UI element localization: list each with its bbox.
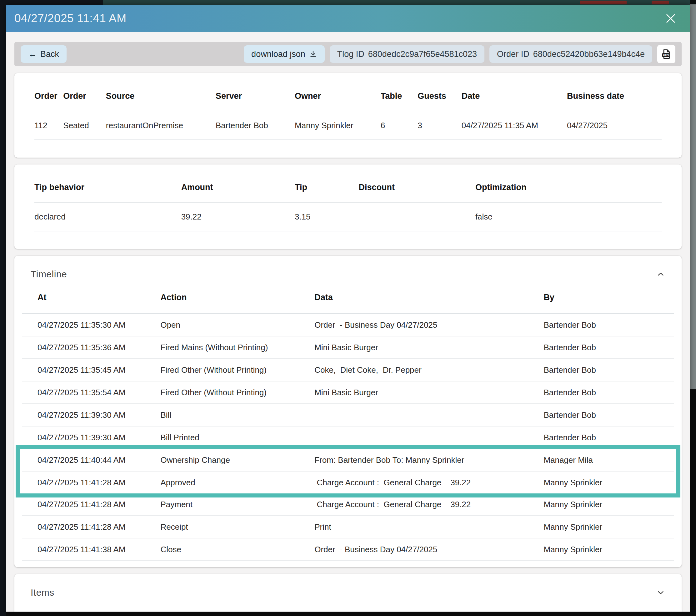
cell: Bartender Bob	[543, 410, 659, 420]
cell: 39.22	[181, 212, 295, 222]
order-id-value: 680dec52420bb63e149b4c4e	[533, 49, 645, 59]
cell: 04/27/2025 11:39:30 AM	[37, 433, 160, 443]
modal-header: 04/27/2025 11:41 AM	[6, 5, 690, 32]
timeline-row: 04/27/2025 11:35:30 AMOpenOrder - Busine…	[22, 314, 674, 337]
background-scrollbar[interactable]	[690, 0, 696, 616]
cell: declared	[34, 212, 181, 222]
cell: Approved	[160, 478, 314, 488]
tip-row: declared39.223.15false	[34, 203, 662, 231]
download-icon	[309, 50, 317, 58]
cell: Manny Sprinkler	[543, 478, 659, 488]
background-badge	[652, 1, 669, 4]
cell: Mini Basic Burger	[314, 343, 543, 352]
cell: 04/27/2025	[567, 121, 662, 130]
cell: Payment	[160, 500, 314, 509]
back-arrow-icon: ←	[28, 49, 36, 59]
xlsx-file-icon: xlsx	[660, 48, 672, 60]
cell: 3	[417, 121, 461, 130]
cell: Mini Basic Burger	[314, 388, 543, 397]
cell: Seated	[63, 121, 106, 130]
cell: Bartender Bob	[543, 365, 659, 375]
timeline-title: Timeline	[31, 269, 67, 279]
column-header: Date	[462, 91, 567, 101]
close-icon	[664, 12, 677, 25]
download-json-button[interactable]: download json	[244, 45, 325, 63]
modal-title: 04/27/2025 11:41 AM	[14, 12, 127, 25]
background-badge	[580, 1, 627, 4]
cell: Order - Business Day 04/27/2025	[314, 320, 543, 330]
cell: 04/27/2025 11:41:38 AM	[37, 545, 160, 554]
close-button[interactable]	[664, 12, 677, 25]
download-json-label: download json	[251, 49, 305, 59]
timeline-card: Timeline AtActionDataBy 04/27/2025 11:35…	[14, 256, 682, 567]
cell: Manny Sprinkler	[543, 522, 659, 532]
tlog-id-label: Tlog ID	[337, 49, 364, 59]
cell: 04/27/2025 11:35:45 AM	[37, 365, 160, 375]
cell: Bartender Bob	[216, 121, 295, 130]
expand-items-button[interactable]	[656, 588, 665, 597]
column-header: Amount	[181, 183, 295, 192]
cell: Ownership Change	[160, 455, 314, 465]
order-detail-modal: 04/27/2025 11:41 AM ←Back download json	[6, 5, 690, 612]
svg-text:xlsx: xlsx	[663, 54, 668, 57]
cell: 04/27/2025 11:41:28 AM	[37, 500, 160, 509]
cell: 04/27/2025 11:35 AM	[462, 121, 567, 130]
scrollbar-thumb[interactable]	[690, 4, 696, 389]
cell: 04/27/2025 11:35:30 AM	[37, 320, 160, 330]
column-header: Guests	[417, 91, 461, 101]
column-header: Discount	[359, 183, 475, 192]
cell: Bartender Bob	[543, 388, 659, 397]
cell: Manny Sprinkler	[295, 121, 381, 130]
cell: Close	[160, 545, 314, 554]
cell: Bartender Bob	[543, 433, 659, 443]
back-button[interactable]: ←Back	[21, 45, 66, 63]
cell: Coke, Diet Coke, Dr. Pepper	[314, 365, 543, 375]
collapse-timeline-button[interactable]	[656, 270, 665, 279]
column-header: Tip	[295, 183, 359, 192]
tip-summary-card: Tip behaviorAmountTipDiscountOptimizatio…	[14, 165, 682, 249]
cell: Fired Other (Without Printing)	[160, 388, 314, 397]
chevron-up-icon	[656, 270, 665, 279]
timeline-row: 04/27/2025 11:35:36 AMFired Mains (Witho…	[22, 337, 674, 359]
items-title: Items	[31, 587, 54, 598]
column-header: By	[543, 293, 659, 302]
timeline-row: 04/27/2025 11:35:45 AMFired Other (Witho…	[22, 359, 674, 382]
timeline-row: 04/27/2025 11:39:30 AMBillBartender Bob	[22, 404, 674, 427]
timeline-row: 04/27/2025 11:35:54 AMFired Other (Witho…	[22, 382, 674, 404]
column-header: At	[37, 293, 160, 302]
export-xlsx-button[interactable]: xlsx	[657, 45, 675, 63]
order-summary-header-row: OrderOrderSourceServerOwnerTableGuestsDa…	[34, 91, 662, 111]
cell: Manager Mila	[543, 455, 659, 465]
timeline-header-row: AtActionDataBy	[22, 293, 674, 314]
column-header: Owner	[295, 91, 381, 101]
column-header: Order	[34, 91, 63, 101]
background-page-strip	[103, 0, 690, 5]
cell: Manny Sprinkler	[543, 545, 659, 554]
items-section-header[interactable]: Items	[22, 574, 674, 611]
background-page-strip-bottom	[6, 612, 690, 616]
back-label: Back	[40, 49, 59, 59]
cell: Bartender Bob	[543, 320, 659, 330]
timeline-highlight-box: 04/27/2025 11:40:44 AMOwnership ChangeFr…	[16, 445, 680, 497]
cell: Order - Business Day 04/27/2025	[314, 545, 543, 554]
timeline-row: 04/27/2025 11:41:38 AMCloseOrder - Busin…	[22, 538, 674, 561]
column-header: Optimization	[475, 183, 662, 192]
cell: 04/27/2025 11:41:28 AM	[37, 522, 160, 532]
cell: Fired Other (Without Printing)	[160, 365, 314, 375]
order-id-chip[interactable]: Order ID 680dec52420bb63e149b4c4e	[489, 45, 652, 63]
tlog-id-value: 680dedc2c9a7f65e4581c023	[368, 49, 477, 59]
column-header: Business date	[567, 91, 662, 101]
modal-body: ←Back download json Tlog ID 680dedc2c9a7…	[6, 42, 690, 612]
cell: 6	[381, 121, 417, 130]
timeline-row: 04/27/2025 11:41:28 AMReceiptPrintManny …	[22, 516, 674, 538]
cell: Print	[314, 522, 543, 532]
tlog-id-chip[interactable]: Tlog ID 680dedc2c9a7f65e4581c023	[330, 45, 485, 63]
cell: 112	[34, 121, 63, 130]
timeline-row: 04/27/2025 11:40:44 AMOwnership ChangeFr…	[22, 449, 674, 472]
tip-header-row: Tip behaviorAmountTipDiscountOptimizatio…	[34, 183, 662, 203]
cell: false	[475, 212, 662, 222]
order-id-label: Order ID	[497, 49, 529, 59]
order-summary-card: OrderOrderSourceServerOwnerTableGuestsDa…	[14, 73, 682, 158]
timeline-section-header[interactable]: Timeline	[22, 256, 674, 293]
column-header: Action	[160, 293, 314, 302]
